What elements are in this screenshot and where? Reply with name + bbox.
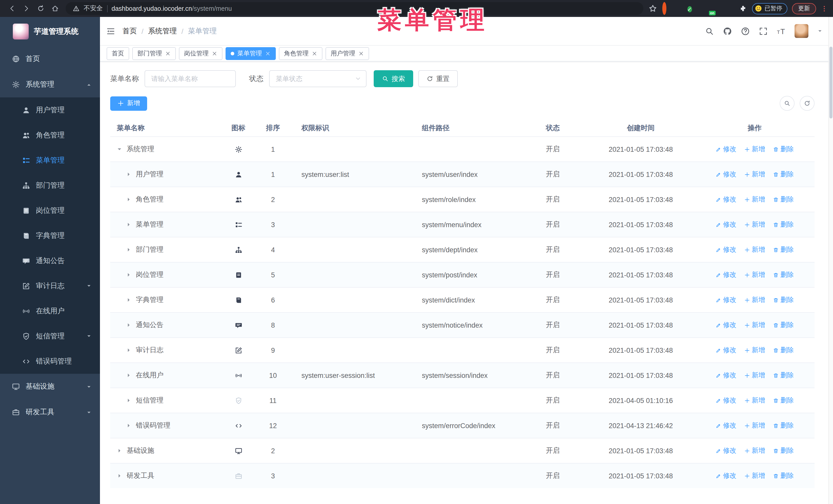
delete-link[interactable]: 删除 [773, 270, 794, 280]
bookmark-star-icon[interactable] [648, 4, 657, 13]
expand-caret-icon[interactable] [125, 272, 132, 278]
edit-link[interactable]: 修改 [715, 345, 736, 355]
reset-button[interactable]: 重置 [418, 70, 458, 87]
tags-view-tab[interactable]: 角色管理 [279, 47, 323, 60]
expand-caret-icon[interactable] [125, 372, 132, 378]
sidebar-item[interactable]: 岗位管理 [0, 198, 100, 223]
browser-home-button[interactable] [48, 2, 62, 15]
delete-link[interactable]: 删除 [773, 446, 794, 455]
breadcrumb-item-home[interactable]: 首页 [122, 26, 137, 35]
expand-caret-icon[interactable] [116, 448, 122, 454]
browser-back-button[interactable] [5, 2, 19, 15]
delete-link[interactable]: 删除 [773, 345, 794, 355]
sidebar-item[interactable]: 短信管理 [0, 323, 100, 349]
browser-reload-button[interactable] [34, 2, 47, 15]
tags-view-tab[interactable]: 岗位管理 [179, 47, 222, 60]
delete-link[interactable]: 删除 [773, 295, 794, 305]
delete-link[interactable]: 删除 [773, 421, 794, 430]
browser-menu-icon[interactable] [821, 4, 828, 13]
extension-icon[interactable] [674, 4, 683, 13]
user-avatar[interactable] [794, 24, 808, 38]
edit-link[interactable]: 修改 [715, 195, 736, 204]
sidebar-item[interactable]: 在线用户 [0, 298, 100, 323]
sidebar-item[interactable]: 系统管理 [0, 72, 100, 97]
edit-link[interactable]: 修改 [715, 145, 736, 154]
toggle-search-button[interactable] [780, 96, 794, 111]
edit-link[interactable]: 修改 [715, 371, 736, 380]
delete-link[interactable]: 删除 [773, 195, 794, 204]
expand-caret-icon[interactable] [125, 423, 132, 429]
edit-link[interactable]: 修改 [715, 320, 736, 330]
expand-caret-icon[interactable] [125, 347, 132, 353]
page-scrollbar[interactable] [828, 17, 833, 504]
sidebar-item[interactable]: 基础设施 [0, 374, 100, 400]
font-size-icon[interactable]: TT [777, 26, 786, 35]
search-button[interactable]: 搜索 [374, 70, 413, 87]
add-child-link[interactable]: 新增 [744, 471, 765, 480]
delete-link[interactable]: 删除 [773, 245, 794, 254]
paused-extension-badge[interactable]: 已暂停 [752, 3, 787, 14]
close-icon[interactable] [165, 50, 171, 56]
sidebar-toggle-icon[interactable] [106, 26, 115, 35]
sidebar-item[interactable]: 审计日志 [0, 273, 100, 298]
tags-view-tab[interactable]: 首页 [106, 47, 129, 60]
add-child-link[interactable]: 新增 [744, 195, 765, 204]
sidebar-item[interactable]: 错误码管理 [0, 349, 100, 374]
delete-link[interactable]: 删除 [773, 170, 794, 179]
tags-view-tab[interactable]: 用户管理 [326, 47, 369, 60]
expand-caret-icon[interactable] [125, 398, 132, 404]
sidebar-item[interactable]: 角色管理 [0, 123, 100, 148]
add-child-link[interactable]: 新增 [744, 396, 765, 405]
scrollbar-thumb[interactable] [829, 47, 832, 118]
close-icon[interactable] [212, 50, 217, 56]
address-bar[interactable]: 不安全 dashboard.yudao.iocoder.cn/system/me… [66, 2, 643, 15]
close-icon[interactable] [265, 50, 271, 56]
add-child-link[interactable]: 新增 [744, 270, 765, 280]
extension-icon[interactable] [725, 4, 734, 13]
github-icon[interactable] [723, 26, 732, 35]
add-child-link[interactable]: 新增 [744, 421, 765, 430]
delete-link[interactable]: 删除 [773, 320, 794, 330]
edit-link[interactable]: 修改 [715, 270, 736, 280]
edit-link[interactable]: 修改 [715, 446, 736, 455]
sidebar-item[interactable]: 字典管理 [0, 223, 100, 248]
menu-name-input[interactable] [145, 70, 236, 87]
user-menu-caret-icon[interactable] [817, 28, 823, 34]
tags-view-tab[interactable]: 部门管理 [132, 47, 176, 60]
sidebar-item[interactable]: 用户管理 [0, 97, 100, 123]
add-child-link[interactable]: 新增 [744, 371, 765, 380]
sidebar-item[interactable]: 通知公告 [0, 248, 100, 273]
delete-link[interactable]: 删除 [773, 145, 794, 154]
expand-caret-icon[interactable] [116, 473, 122, 479]
sidebar-item[interactable]: 首页 [0, 46, 100, 72]
extension-icon[interactable] [662, 4, 670, 13]
delete-link[interactable]: 删除 [773, 471, 794, 480]
add-child-link[interactable]: 新增 [744, 145, 765, 154]
status-select[interactable]: 菜单状态 [269, 70, 366, 87]
expand-caret-icon[interactable] [125, 297, 132, 303]
add-child-link[interactable]: 新增 [744, 345, 765, 355]
expand-caret-icon[interactable] [125, 221, 132, 227]
tags-view-tab[interactable]: 菜单管理 [225, 47, 276, 60]
sidebar-item[interactable]: 菜单管理 [0, 148, 100, 173]
help-icon[interactable] [741, 26, 750, 35]
edit-link[interactable]: 修改 [715, 295, 736, 305]
browser-update-button[interactable]: 更新 [792, 3, 816, 14]
add-child-link[interactable]: 新增 [744, 446, 765, 455]
edit-link[interactable]: 修改 [715, 220, 736, 229]
expand-caret-icon[interactable] [125, 196, 132, 202]
sidebar-item[interactable]: 部门管理 [0, 173, 100, 198]
delete-link[interactable]: 删除 [773, 220, 794, 229]
add-child-link[interactable]: 新增 [744, 295, 765, 305]
delete-link[interactable]: 删除 [773, 371, 794, 380]
add-child-link[interactable]: 新增 [744, 220, 765, 229]
add-child-link[interactable]: 新增 [744, 170, 765, 179]
sidebar-item[interactable]: 研发工具 [0, 400, 100, 425]
header-search-icon[interactable] [705, 26, 714, 35]
browser-forward-button[interactable] [20, 2, 33, 15]
expand-caret-icon[interactable] [116, 146, 122, 152]
add-child-link[interactable]: 新增 [744, 245, 765, 254]
expand-caret-icon[interactable] [125, 247, 132, 253]
puzzle-icon[interactable] [739, 5, 747, 12]
expand-caret-icon[interactable] [125, 322, 132, 328]
